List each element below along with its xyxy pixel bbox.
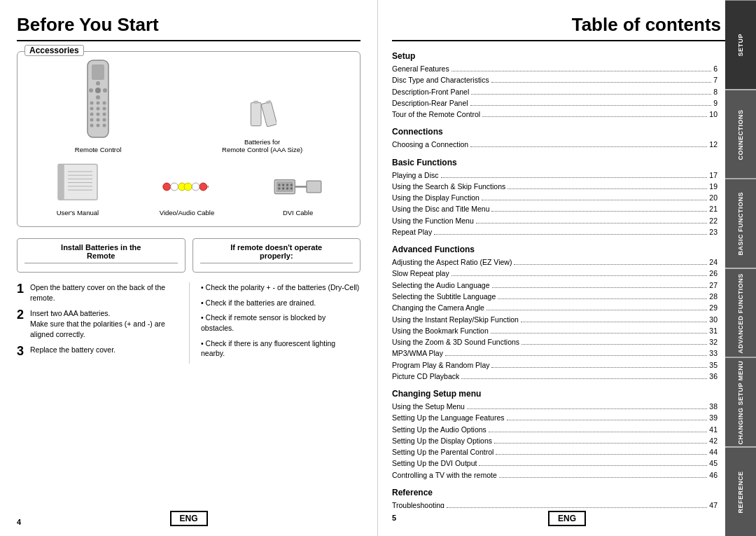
toc-page-num: 28 <box>709 291 718 302</box>
toc-entry: Program Play & Random Play35 <box>392 359 718 371</box>
toc-dots <box>507 188 707 189</box>
toc-entry-text: Using the Display Function <box>392 192 479 203</box>
battery-icon <box>248 93 276 135</box>
toc-section: Changing Setup menuUsing the Setup Menu3… <box>392 389 718 481</box>
tab-item[interactable]: CHANGING SETUP MENU <box>725 357 756 447</box>
eng-badge-right: ENG <box>548 511 586 526</box>
svg-point-10 <box>90 107 94 111</box>
step-2-num: 2 <box>17 308 27 339</box>
toc-dots <box>470 146 707 147</box>
toc-dots <box>482 116 707 117</box>
tab-item[interactable]: SETUP <box>725 0 756 90</box>
svg-point-47 <box>278 187 280 189</box>
toc-entry: Slow Repeat play26 <box>392 268 718 279</box>
svg-rect-24 <box>261 102 276 127</box>
svg-point-38 <box>200 183 207 191</box>
tab-item[interactable]: CONNECTIONS <box>725 90 756 179</box>
toc-entry: Setting Up the Language Features39 <box>392 412 718 423</box>
tab-item[interactable]: BASIC FUNCTIONS <box>725 179 756 268</box>
toc-entry: Choosing a Connection12 <box>392 139 718 150</box>
toc-page-num: 31 <box>709 325 718 336</box>
toc-page-num: 33 <box>709 348 718 359</box>
svg-point-39 <box>192 183 200 191</box>
toc-page-num: 35 <box>709 359 718 371</box>
step-3-text: Replace the battery cover. <box>30 345 115 357</box>
toc-dots <box>470 105 712 106</box>
acc-cable: Video/Audio Cable <box>160 167 215 217</box>
accessories-items: Remote Control Batteries forRemote Contr… <box>27 59 350 217</box>
toc-section-title: Reference <box>392 488 718 497</box>
toc-entry: Troubleshooting47 <box>392 500 718 508</box>
toc-entry-text: Description-Front Panel <box>392 86 469 97</box>
step-3-num: 3 <box>17 345 27 357</box>
steps-left: 1 Open the battery cover on the back of … <box>17 282 179 364</box>
svg-point-20 <box>97 124 100 128</box>
toc-page-num: 38 <box>709 401 718 412</box>
manual-icon <box>53 160 102 206</box>
bottom-boxes: Install Batteries in theRemote If remote… <box>17 238 360 273</box>
toc-section: Advanced FunctionsAdjusting the Aspect R… <box>392 245 718 382</box>
toc-dots <box>451 71 711 71</box>
toc-entry-text: Setting Up the Display Options <box>392 435 492 446</box>
toc-entry-text: Troubleshooting <box>392 500 444 508</box>
left-page: Before You Start Accessories <box>0 0 378 536</box>
toc-entry-text: Using the Search & Skip Functions <box>392 181 505 192</box>
toc-entry: Controlling a TV with the remote46 <box>392 469 718 481</box>
svg-point-49 <box>286 187 288 189</box>
toc-page-num: 47 <box>709 500 718 508</box>
toc-dots <box>471 94 711 95</box>
toc-page-num: 8 <box>713 86 718 97</box>
toc-dots <box>482 200 707 200</box>
svg-point-5 <box>96 95 100 99</box>
toc-entry: Setting Up the DVI Output45 <box>392 458 718 469</box>
install-title: Install Batteries in theRemote <box>24 243 178 263</box>
toc-page-num: 9 <box>713 97 718 109</box>
accessories-label: Accessories <box>24 45 84 56</box>
toc-dots <box>445 355 707 356</box>
toc-dots <box>441 177 708 178</box>
tab-item[interactable]: ADVANCED FUNCTIONS <box>725 268 756 358</box>
tab-item[interactable]: REFERENCE <box>725 447 756 537</box>
acc-remote: Remote Control <box>75 59 122 153</box>
toc-dots <box>447 507 707 508</box>
svg-point-6 <box>96 81 100 85</box>
toc-page-num: 42 <box>709 435 718 446</box>
svg-point-17 <box>97 118 100 122</box>
toc-entry-text: Picture CD Playback <box>392 371 459 382</box>
toc-section-title: Connections <box>392 127 718 137</box>
acc-manual: User's Manual <box>53 160 102 217</box>
cable-icon <box>162 167 211 206</box>
svg-point-46 <box>290 184 293 186</box>
toc-entry: MP3/WMA Play33 <box>392 348 718 359</box>
toc-section: ConnectionsChoosing a Connection12 <box>392 127 718 150</box>
step-1-num: 1 <box>17 282 27 303</box>
toc-entry-text: Using the Disc and Title Menu <box>392 203 489 214</box>
toc-dots <box>491 333 708 334</box>
toc-entry-text: Using the Instant Replay/Skip Function <box>392 314 519 325</box>
svg-point-45 <box>286 184 288 186</box>
svg-rect-52 <box>307 181 321 193</box>
bullet-1: Check the polarity + - of the batteries … <box>198 282 360 293</box>
bullet-2: Check if the batteries are drained. <box>198 298 360 308</box>
toc-entry-text: Setting Up the Audio Options <box>392 424 486 435</box>
svg-rect-1 <box>92 64 104 80</box>
toc-section: ReferenceTroubleshooting47Specifications… <box>392 488 718 508</box>
toc-entry: Setting Up the Audio Options41 <box>392 424 718 435</box>
toc-page-num: 26 <box>709 268 718 279</box>
toc-page-num: 19 <box>709 181 718 192</box>
toc-entry: Playing a Disc17 <box>392 170 718 181</box>
toc-dots <box>491 367 707 368</box>
toc-entry-text: Disc Type and Characteristics <box>392 74 489 85</box>
toc-dots <box>496 454 707 455</box>
step-3: 3 Replace the battery cover. <box>17 345 179 357</box>
battery-label: Batteries forRemote Control (AAA Size) <box>222 138 302 153</box>
toc-page-num: 30 <box>709 314 718 325</box>
svg-point-14 <box>97 113 100 116</box>
toc-page-num: 36 <box>709 371 718 382</box>
svg-point-43 <box>278 184 280 186</box>
toc-page-num: 10 <box>709 109 718 120</box>
svg-point-9 <box>103 102 106 105</box>
toc-entry-text: Using the Function Menu <box>392 215 474 226</box>
svg-point-19 <box>90 124 94 128</box>
toc-dots <box>489 432 707 432</box>
